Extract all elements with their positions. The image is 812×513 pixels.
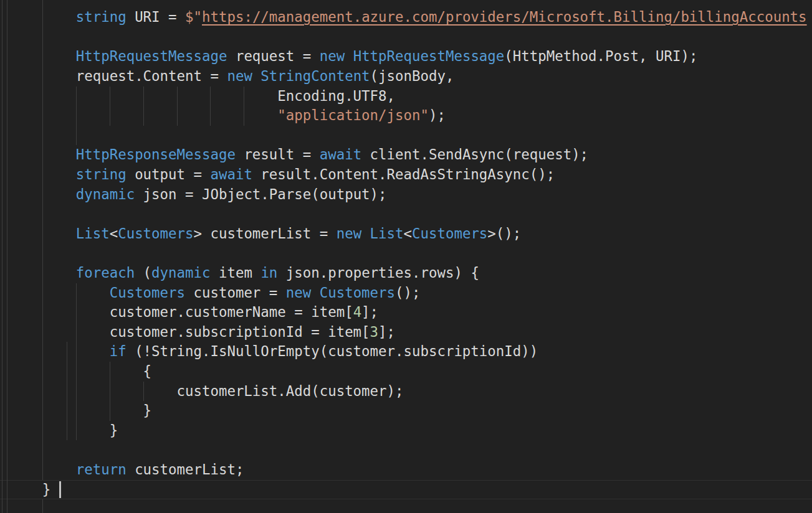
code-token[interactable]: return: [76, 461, 127, 478]
code-line[interactable]: }: [0, 421, 118, 441]
code-token[interactable]: output =: [127, 166, 211, 182]
code-token[interactable]: (!String.IsNullOrEmpty(customer.subscrip…: [127, 343, 538, 359]
code-line[interactable]: {: [0, 362, 151, 382]
code-token[interactable]: ];: [378, 324, 395, 340]
code-token[interactable]: Customers: [412, 225, 487, 242]
code-token[interactable]: item: [210, 265, 260, 281]
code-token[interactable]: request.Content =: [76, 68, 227, 84]
code-token[interactable]: (HttpMethod.Post, URI);: [504, 48, 697, 64]
text-cursor: [59, 481, 61, 499]
code-line[interactable]: }: [0, 480, 50, 500]
code-token[interactable]: $": [185, 9, 202, 25]
code-line[interactable]: dynamic json = JObject.Parse(output);: [0, 185, 387, 205]
code-token[interactable]: foreach: [76, 265, 135, 281]
code-token[interactable]: string: [76, 9, 127, 25]
code-token[interactable]: [252, 68, 260, 84]
code-token[interactable]: request =: [227, 48, 319, 64]
code-line[interactable]: foreach (dynamic item in json.properties…: [0, 263, 479, 283]
code-token[interactable]: customerList;: [127, 461, 244, 478]
code-token[interactable]: List: [76, 225, 110, 242]
code-token[interactable]: client.SendAsync(request);: [361, 146, 588, 162]
code-line[interactable]: customerList.Add(customer);: [0, 382, 404, 402]
code-token[interactable]: customer.customerName = item[: [110, 304, 353, 320]
code-token[interactable]: );: [429, 107, 446, 123]
code-token[interactable]: json.properties.rows) {: [277, 265, 479, 281]
code-token[interactable]: [345, 48, 353, 64]
code-token[interactable]: "application/json": [277, 107, 429, 123]
code-token[interactable]: customer =: [185, 285, 286, 301]
code-token[interactable]: ();: [395, 285, 420, 301]
code-token[interactable]: dynamic: [151, 265, 210, 281]
code-token[interactable]: URI =: [127, 9, 185, 25]
code-token[interactable]: await: [320, 146, 361, 162]
code-token[interactable]: customerList.Add(customer);: [177, 383, 404, 399]
code-line[interactable]: }: [0, 401, 151, 421]
code-line[interactable]: "application/json");: [0, 106, 446, 126]
code-line[interactable]: Customers customer = new Customers();: [0, 283, 421, 303]
url-link[interactable]: https://management.azure.com/providers/M…: [202, 9, 807, 25]
code-line[interactable]: request.Content = new StringContent(json…: [0, 67, 454, 87]
code-token[interactable]: if: [110, 343, 127, 359]
code-area[interactable]: string URI = $"https://management.azure.…: [0, 0, 812, 513]
indentation: [0, 186, 76, 202]
code-token[interactable]: HttpRequestMessage: [353, 48, 505, 64]
indentation: [0, 363, 143, 379]
code-line[interactable]: HttpRequestMessage request = new HttpReq…: [0, 47, 697, 67]
code-token[interactable]: (: [135, 265, 151, 281]
code-token[interactable]: new: [227, 68, 252, 84]
code-line[interactable]: string URI = $"https://management.azure.…: [0, 7, 807, 27]
code-token[interactable]: json = JObject.Parse(output);: [135, 186, 386, 202]
code-token[interactable]: new: [286, 285, 311, 301]
code-token[interactable]: Customers: [118, 225, 193, 242]
indentation: [0, 48, 76, 64]
code-token[interactable]: 4: [353, 304, 361, 320]
indentation: [0, 146, 76, 162]
indentation: [0, 383, 177, 399]
code-token[interactable]: }: [110, 422, 118, 438]
code-token[interactable]: List: [370, 225, 404, 242]
code-editor: string URI = $"https://management.azure.…: [0, 0, 812, 513]
code-token[interactable]: new: [320, 48, 345, 64]
code-token[interactable]: HttpRequestMessage: [76, 48, 227, 64]
code-token[interactable]: 3: [370, 324, 378, 340]
code-token[interactable]: new: [337, 225, 361, 242]
code-token[interactable]: customer.subscriptionId = item[: [110, 324, 370, 340]
code-line[interactable]: customer.customerName = item[4];: [0, 303, 378, 322]
code-line[interactable]: Encoding.UTF8,: [0, 87, 395, 106]
indentation: [0, 422, 110, 438]
code-line[interactable]: string output = await result.Content.Rea…: [0, 165, 555, 185]
indentation: [0, 107, 277, 123]
code-token[interactable]: HttpResponseMessage: [76, 146, 236, 162]
code-token[interactable]: > customerList =: [194, 225, 337, 242]
code-token[interactable]: Customers: [110, 285, 185, 301]
code-token[interactable]: ];: [361, 304, 378, 320]
indentation: [0, 265, 76, 281]
code-token[interactable]: (jsonBody,: [370, 68, 454, 84]
code-line[interactable]: if (!String.IsNullOrEmpty(customer.subsc…: [0, 342, 538, 362]
code-token[interactable]: in: [260, 265, 277, 281]
code-token[interactable]: >();: [487, 225, 521, 242]
code-token[interactable]: dynamic: [76, 186, 135, 202]
indent-guide: [42, 499, 43, 513]
code-token[interactable]: string: [76, 166, 127, 182]
code-token[interactable]: <: [404, 225, 412, 242]
code-line[interactable]: customer.subscriptionId = item[3];: [0, 322, 395, 342]
code-line[interactable]: HttpResponseMessage result = await clien…: [0, 145, 588, 165]
code-token[interactable]: [311, 285, 319, 301]
code-token[interactable]: }: [143, 402, 151, 418]
code-token[interactable]: <: [110, 225, 118, 242]
code-token[interactable]: [361, 225, 370, 242]
indentation: [0, 88, 277, 104]
code-line[interactable]: List<Customers> customerList = new List<…: [0, 224, 521, 244]
indentation: [0, 166, 76, 182]
code-token[interactable]: {: [143, 363, 151, 379]
code-token[interactable]: await: [210, 166, 252, 182]
current-line-highlight: [0, 480, 812, 500]
code-token[interactable]: }: [42, 481, 50, 497]
code-token[interactable]: result.Content.ReadAsStringAsync();: [252, 166, 555, 182]
code-token[interactable]: result =: [236, 146, 320, 162]
code-token[interactable]: StringContent: [260, 68, 370, 84]
code-token[interactable]: Encoding.UTF8,: [277, 88, 395, 104]
code-token[interactable]: Customers: [320, 285, 395, 301]
code-line[interactable]: return customerList;: [0, 460, 244, 480]
